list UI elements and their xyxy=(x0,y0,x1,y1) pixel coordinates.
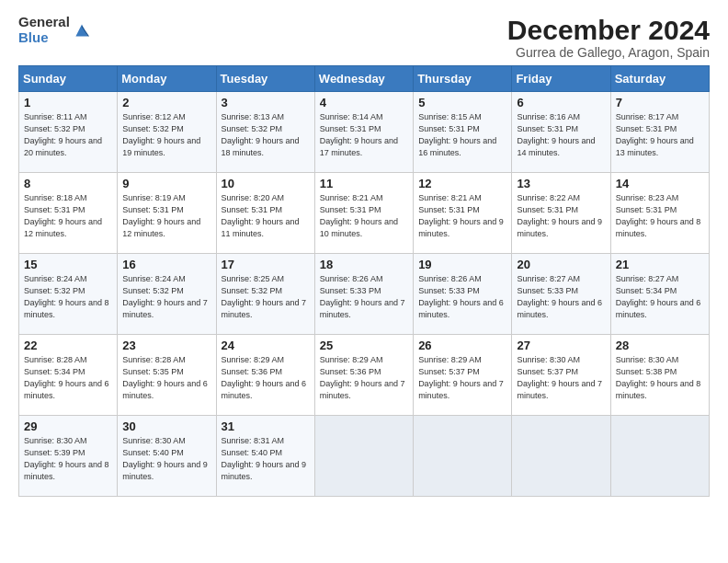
day-number: 28 xyxy=(616,339,704,352)
sunrise-text: Sunrise: 8:30 AM xyxy=(517,355,580,364)
sunset-text: Sunset: 5:31 PM xyxy=(418,124,480,133)
table-row: 10 Sunrise: 8:20 AM Sunset: 5:31 PM Dayl… xyxy=(216,173,314,254)
logo-general: General xyxy=(18,15,70,30)
header-wednesday: Wednesday xyxy=(314,66,413,92)
daylight-text: Daylight: 9 hours and 8 minutes. xyxy=(616,379,701,400)
sunrise-text: Sunrise: 8:16 AM xyxy=(517,112,580,121)
table-row: 2 Sunrise: 8:12 AM Sunset: 5:32 PM Dayli… xyxy=(118,92,216,173)
day-number: 23 xyxy=(122,339,210,352)
calendar-week-5: 29 Sunrise: 8:30 AM Sunset: 5:39 PM Dayl… xyxy=(19,416,710,497)
daylight-text: Daylight: 9 hours and 12 minutes. xyxy=(24,217,102,238)
daylight-text: Daylight: 9 hours and 8 minutes. xyxy=(24,460,109,481)
table-row: 6 Sunrise: 8:16 AM Sunset: 5:31 PM Dayli… xyxy=(512,92,610,173)
sunrise-text: Sunrise: 8:31 AM xyxy=(222,436,285,445)
sunrise-text: Sunrise: 8:27 AM xyxy=(616,274,679,283)
daylight-text: Daylight: 9 hours and 19 minutes. xyxy=(122,136,200,157)
day-number: 30 xyxy=(122,419,210,433)
sunset-text: Sunset: 5:38 PM xyxy=(616,367,677,376)
table-row: 12 Sunrise: 8:21 AM Sunset: 5:31 PM Dayl… xyxy=(414,173,512,254)
table-row: 24 Sunrise: 8:29 AM Sunset: 5:36 PM Dayl… xyxy=(216,335,314,416)
day-number: 27 xyxy=(517,339,605,352)
header-saturday: Saturday xyxy=(610,66,709,92)
calendar-week-3: 15 Sunrise: 8:24 AM Sunset: 5:32 PM Dayl… xyxy=(19,254,710,335)
daylight-text: Daylight: 9 hours and 9 minutes. xyxy=(122,460,208,481)
daylight-text: Daylight: 9 hours and 7 minutes. xyxy=(320,379,405,400)
day-number: 31 xyxy=(222,419,310,433)
daylight-text: Daylight: 9 hours and 14 minutes. xyxy=(517,136,595,157)
daylight-text: Daylight: 9 hours and 6 minutes. xyxy=(418,298,504,319)
sunset-text: Sunset: 5:31 PM xyxy=(418,205,480,214)
sunrise-text: Sunrise: 8:21 AM xyxy=(320,193,383,202)
table-row: 20 Sunrise: 8:27 AM Sunset: 5:33 PM Dayl… xyxy=(512,254,610,335)
table-row: 5 Sunrise: 8:15 AM Sunset: 5:31 PM Dayli… xyxy=(414,92,512,173)
sunset-text: Sunset: 5:37 PM xyxy=(418,367,480,376)
logo-blue: Blue xyxy=(18,30,70,46)
daylight-text: Daylight: 9 hours and 8 minutes. xyxy=(24,298,109,319)
sunrise-text: Sunrise: 8:25 AM xyxy=(222,274,285,283)
header-friday: Friday xyxy=(512,66,610,92)
daylight-text: Daylight: 9 hours and 9 minutes. xyxy=(517,217,602,238)
daylight-text: Daylight: 9 hours and 6 minutes. xyxy=(122,379,208,400)
calendar-header-row: Sunday Monday Tuesday Wednesday Thursday… xyxy=(19,66,710,92)
table-row: 9 Sunrise: 8:19 AM Sunset: 5:31 PM Dayli… xyxy=(118,173,216,254)
header-monday: Monday xyxy=(118,66,216,92)
header-tuesday: Tuesday xyxy=(216,66,314,92)
day-number: 21 xyxy=(616,258,704,271)
daylight-text: Daylight: 9 hours and 7 minutes. xyxy=(517,379,602,400)
sunrise-text: Sunrise: 8:18 AM xyxy=(24,193,87,202)
table-row: 29 Sunrise: 8:30 AM Sunset: 5:39 PM Dayl… xyxy=(19,416,118,497)
table-row: 25 Sunrise: 8:29 AM Sunset: 5:36 PM Dayl… xyxy=(314,335,413,416)
sunset-text: Sunset: 5:40 PM xyxy=(222,448,283,457)
calendar-title: December 2024 xyxy=(507,15,710,45)
table-row: 22 Sunrise: 8:28 AM Sunset: 5:34 PM Dayl… xyxy=(19,335,118,416)
day-number: 6 xyxy=(517,96,605,109)
sunrise-text: Sunrise: 8:12 AM xyxy=(122,112,186,121)
daylight-text: Daylight: 9 hours and 17 minutes. xyxy=(320,136,398,157)
day-number: 19 xyxy=(418,258,506,271)
table-row: 1 Sunrise: 8:11 AM Sunset: 5:32 PM Dayli… xyxy=(19,92,118,173)
sunset-text: Sunset: 5:34 PM xyxy=(616,286,677,295)
sunrise-text: Sunrise: 8:20 AM xyxy=(222,193,285,202)
sunrise-text: Sunrise: 8:28 AM xyxy=(122,355,186,364)
day-number: 18 xyxy=(320,258,408,271)
table-row: 30 Sunrise: 8:30 AM Sunset: 5:40 PM Dayl… xyxy=(118,416,216,497)
daylight-text: Daylight: 9 hours and 8 minutes. xyxy=(616,217,701,238)
sunrise-text: Sunrise: 8:21 AM xyxy=(418,193,482,202)
sunrise-text: Sunrise: 8:27 AM xyxy=(517,274,580,283)
logo-icon xyxy=(72,20,92,40)
sunset-text: Sunset: 5:32 PM xyxy=(24,286,85,295)
day-number: 26 xyxy=(418,339,506,352)
sunset-text: Sunset: 5:31 PM xyxy=(616,205,677,214)
day-number: 12 xyxy=(418,177,506,190)
day-number: 15 xyxy=(24,258,112,271)
calendar-week-1: 1 Sunrise: 8:11 AM Sunset: 5:32 PM Dayli… xyxy=(19,92,710,173)
daylight-text: Daylight: 9 hours and 7 minutes. xyxy=(418,379,504,400)
table-row: 27 Sunrise: 8:30 AM Sunset: 5:37 PM Dayl… xyxy=(512,335,610,416)
sunset-text: Sunset: 5:32 PM xyxy=(122,124,184,133)
header-sunday: Sunday xyxy=(19,66,118,92)
sunset-text: Sunset: 5:33 PM xyxy=(418,286,480,295)
table-row: 26 Sunrise: 8:29 AM Sunset: 5:37 PM Dayl… xyxy=(414,335,512,416)
day-number: 20 xyxy=(517,258,605,271)
table-row: 19 Sunrise: 8:26 AM Sunset: 5:33 PM Dayl… xyxy=(414,254,512,335)
day-number: 7 xyxy=(616,96,704,109)
table-row: 8 Sunrise: 8:18 AM Sunset: 5:31 PM Dayli… xyxy=(19,173,118,254)
table-row: 21 Sunrise: 8:27 AM Sunset: 5:34 PM Dayl… xyxy=(610,254,709,335)
table-row: 3 Sunrise: 8:13 AM Sunset: 5:32 PM Dayli… xyxy=(216,92,314,173)
daylight-text: Daylight: 9 hours and 6 minutes. xyxy=(222,379,307,400)
day-number: 9 xyxy=(122,177,210,190)
daylight-text: Daylight: 9 hours and 7 minutes. xyxy=(320,298,405,319)
sunset-text: Sunset: 5:37 PM xyxy=(517,367,578,376)
header-thursday: Thursday xyxy=(414,66,512,92)
sunrise-text: Sunrise: 8:24 AM xyxy=(24,274,87,283)
sunrise-text: Sunrise: 8:19 AM xyxy=(122,193,186,202)
daylight-text: Daylight: 9 hours and 7 minutes. xyxy=(122,298,208,319)
daylight-text: Daylight: 9 hours and 7 minutes. xyxy=(222,298,307,319)
daylight-text: Daylight: 9 hours and 16 minutes. xyxy=(418,136,496,157)
daylight-text: Daylight: 9 hours and 10 minutes. xyxy=(320,217,398,238)
day-number: 3 xyxy=(222,96,310,109)
sunset-text: Sunset: 5:32 PM xyxy=(222,286,283,295)
daylight-text: Daylight: 9 hours and 6 minutes. xyxy=(517,298,602,319)
daylight-text: Daylight: 9 hours and 6 minutes. xyxy=(616,298,701,319)
table-row: 14 Sunrise: 8:23 AM Sunset: 5:31 PM Dayl… xyxy=(610,173,709,254)
